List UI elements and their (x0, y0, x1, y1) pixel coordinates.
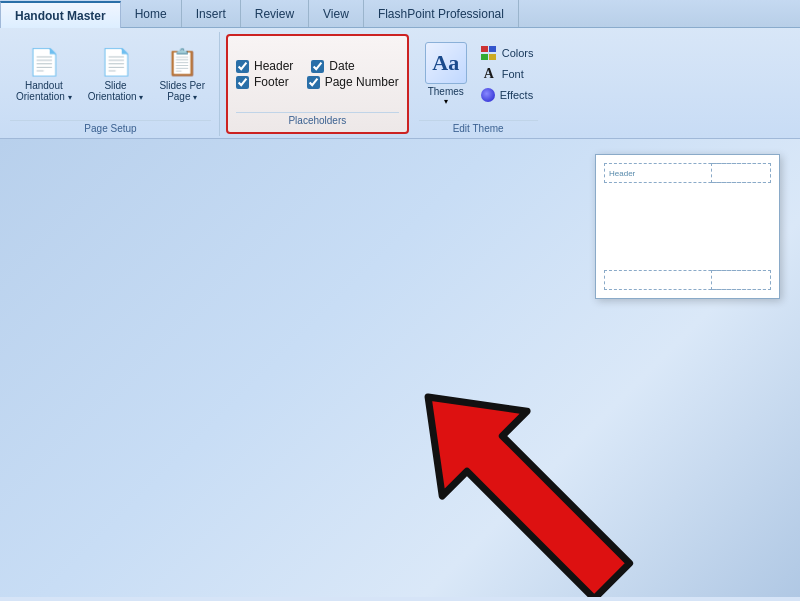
placeholders-group: Header Date Footer Page Number (226, 34, 409, 134)
fonts-label: Font (502, 68, 524, 80)
handout-orientation-icon: 📄 (28, 47, 60, 78)
svg-marker-0 (386, 355, 655, 597)
tab-handout-master[interactable]: Handout Master (0, 1, 121, 28)
tab-review[interactable]: Review (241, 0, 309, 27)
arrow-svg (370, 339, 670, 597)
slide-thumbnail: Header (595, 154, 780, 299)
tab-view[interactable]: View (309, 0, 364, 27)
slides-per-page-label: Slides PerPage ▾ (159, 80, 205, 102)
effects-label: Effects (500, 89, 533, 101)
themes-icon-text: Aa (432, 50, 459, 76)
edit-theme-group-label: Edit Theme (419, 120, 538, 136)
page-number-checkbox[interactable] (307, 76, 320, 89)
fonts-button[interactable]: A Font (477, 64, 538, 84)
header-checkbox[interactable] (236, 60, 249, 73)
page-setup-label: Page Setup (10, 120, 211, 136)
ribbon: Handout Master Home Insert Review View F… (0, 0, 800, 139)
placeholder-row-2: Footer Page Number (236, 75, 399, 89)
slides-per-page-icon: 📋 (166, 47, 198, 78)
effects-button[interactable]: Effects (477, 86, 538, 104)
footer-checkbox[interactable] (236, 76, 249, 89)
fonts-icon: A (481, 66, 497, 82)
colors-label: Colors (502, 47, 534, 59)
placeholder-row-1: Header Date (236, 59, 399, 73)
page-setup-content: 📄 HandoutOrientation ▾ 📄 SlideOrientatio… (10, 32, 211, 120)
footer-label: Footer (254, 75, 289, 89)
placeholders-content: Header Date Footer Page Number (236, 40, 399, 108)
page-setup-group: 📄 HandoutOrientation ▾ 📄 SlideOrientatio… (6, 32, 220, 136)
slides-per-page-button[interactable]: 📋 Slides PerPage ▾ (153, 43, 211, 106)
date-label: Date (329, 59, 354, 73)
page-number-placeholder: Page Number (307, 75, 399, 89)
handout-orientation-label: HandoutOrientation ▾ (16, 80, 72, 102)
header-placeholder: Header (236, 59, 293, 73)
ribbon-body: 📄 HandoutOrientation ▾ 📄 SlideOrientatio… (0, 28, 800, 138)
themes-button[interactable]: Aa Themes ▾ (419, 38, 473, 110)
themes-label: Themes (428, 86, 464, 97)
footer-placeholder: Footer (236, 75, 289, 89)
page-number-label: Page Number (325, 75, 399, 89)
date-placeholder: Date (311, 59, 354, 73)
color-sq-2 (489, 46, 496, 52)
placeholders-group-label: Placeholders (236, 112, 399, 128)
date-checkbox[interactable] (311, 60, 324, 73)
canvas-area: Header (0, 139, 800, 597)
color-sq-3 (481, 54, 488, 60)
tab-home[interactable]: Home (121, 0, 182, 27)
slide-orientation-button[interactable]: 📄 SlideOrientation ▾ (82, 43, 150, 106)
handout-orientation-button[interactable]: 📄 HandoutOrientation ▾ (10, 43, 78, 106)
tab-insert[interactable]: Insert (182, 0, 241, 27)
annotation-arrow (370, 339, 670, 597)
edit-theme-group: Aa Themes ▾ Colors (415, 32, 542, 136)
theme-side-buttons: Colors A Font Effects (477, 44, 538, 104)
edit-theme-content: Aa Themes ▾ Colors (419, 32, 538, 120)
colors-button[interactable]: Colors (477, 44, 538, 62)
slide-orientation-icon: 📄 (100, 47, 132, 78)
color-sq-1 (481, 46, 488, 52)
tab-bar: Handout Master Home Insert Review View F… (0, 0, 800, 28)
themes-icon: Aa (425, 42, 467, 84)
tab-flashpoint[interactable]: FlashPoint Professional (364, 0, 519, 27)
slide-page-placeholder (711, 270, 771, 290)
slide-date-placeholder (711, 163, 771, 183)
themes-arrow-icon: ▾ (444, 97, 448, 106)
colors-icon (481, 46, 497, 60)
effects-icon (481, 88, 495, 102)
color-sq-4 (489, 54, 496, 60)
slide-orientation-label: SlideOrientation ▾ (88, 80, 144, 102)
header-label: Header (254, 59, 293, 73)
slide-header-label: Header (609, 169, 635, 178)
